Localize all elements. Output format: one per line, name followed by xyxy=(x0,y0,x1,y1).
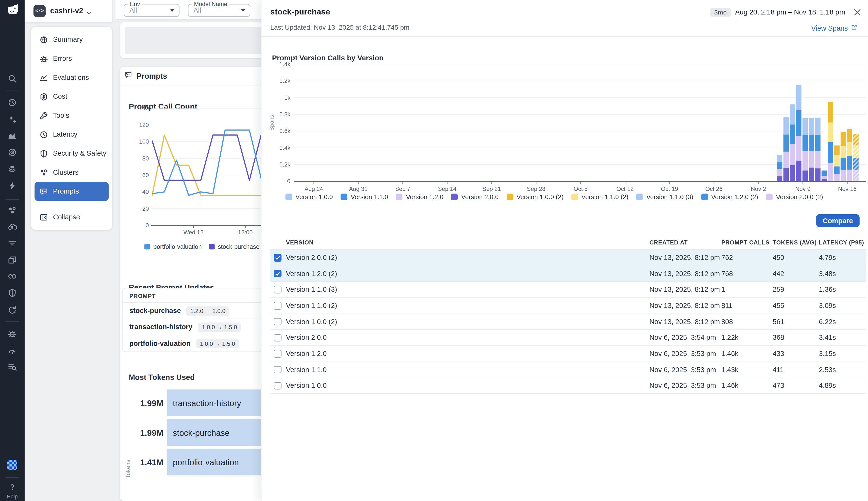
version-checkbox[interactable] xyxy=(274,318,281,325)
sidebar-item-summary[interactable]: Summary xyxy=(34,30,109,49)
env-select[interactable]: Env All xyxy=(124,4,179,17)
bar-segment[interactable]: Nov 8 Version 1.0.0: 240 xyxy=(790,104,795,124)
sidebar-item-latency[interactable]: Latency xyxy=(34,125,109,144)
sidebar-item-tools[interactable]: Tools xyxy=(34,106,109,125)
time-range-text[interactable]: Aug 20, 2:18 pm – Nov 18, 1:18 pm xyxy=(735,9,845,16)
user-avatar[interactable] xyxy=(7,460,17,470)
version-checkbox[interactable] xyxy=(274,270,281,278)
version-row-version-1-1-0[interactable]: Version 1.1.0Nov 6, 2025, 3:53 pm1.43k41… xyxy=(270,362,866,378)
bar-segment[interactable]: Nov 16 Version 1.2.0 (2): 149 xyxy=(840,158,846,170)
version-row-version-1-2-0[interactable]: Version 1.2.0Nov 6, 2025, 3:53 pm1.46k43… xyxy=(270,346,866,362)
column-header-prompt-calls[interactable]: PROMPT CALLS xyxy=(722,239,773,246)
sidebar-item-cost[interactable]: Cost xyxy=(34,87,109,106)
bar-segment[interactable]: Nov 12 Version 2.0.0: 155 xyxy=(815,169,821,181)
bar-segment[interactable]: Nov 15 Version 2.0.0 (2): 91 xyxy=(834,174,839,181)
bar-segment[interactable]: Nov 17 Version 2.0.0 (2): 140 xyxy=(847,170,852,181)
bar-segment[interactable]: Nov 15 Version 1.2.0 (2): 88 xyxy=(834,166,839,174)
sidebar-item-errors[interactable]: Errors xyxy=(34,49,109,68)
bar-segment[interactable]: Nov 16 Version 2.0.0 (2): 135 xyxy=(840,170,846,181)
rail-refresh-sparkle-button[interactable] xyxy=(8,306,17,315)
bar-segment[interactable]: Nov 8 Version 1.2.0: 245 xyxy=(790,144,795,164)
bar-segment[interactable]: Nov 9 Version 2.0.0: 248 xyxy=(796,160,801,181)
bar-segment[interactable]: Nov 10 Version 2.0.0: 130 xyxy=(802,170,808,181)
bar-segment[interactable]: Nov 13 Version 1.0.0: 17 xyxy=(822,170,827,171)
bar-segment[interactable]: Nov 9 Version 1.1.0: 308 xyxy=(796,110,801,136)
sidebar-item-clusters[interactable]: Clusters xyxy=(34,163,109,182)
version-checkbox[interactable] xyxy=(274,366,281,373)
help-icon[interactable] xyxy=(8,483,17,492)
rail-radar-button[interactable] xyxy=(8,148,17,157)
view-spans-link[interactable]: View Spans xyxy=(811,24,857,32)
legend-item-version-1-1-0[interactable]: Version 1.1.0 xyxy=(341,193,388,200)
legend-item-version-1-1-0-2[interactable]: Version 1.1.0 (2) xyxy=(571,193,629,200)
bar-segment[interactable]: Nov 11 Version 1.2.0: 200 xyxy=(809,151,814,168)
chevron-down-icon[interactable] xyxy=(86,9,92,14)
bar-segment[interactable]: Nov 7 Version 1.2.0: 195 xyxy=(783,151,789,168)
bar-segment[interactable]: Nov 13 Version 1.1.0: 54 xyxy=(822,171,827,176)
version-checkbox[interactable] xyxy=(274,350,281,358)
bar-segment[interactable]: Nov 11 Version 1.1.0: 191 xyxy=(809,135,814,151)
bar-segment[interactable]: Nov 9 Version 1.2.0: 294 xyxy=(796,136,801,160)
bar-segment[interactable]: Nov 9 Version 1.0.0: 298 xyxy=(796,85,801,110)
version-row-version-1-1-0-2[interactable]: Version 1.1.0 (2)Nov 13, 2025, 8:12 pm81… xyxy=(270,298,866,314)
version-row-version-1-0-0[interactable]: Version 1.0.0Nov 6, 2025, 3:53 pm1.46k47… xyxy=(270,378,866,394)
time-range-badge[interactable]: 3mo xyxy=(710,8,730,17)
rail-windows-button[interactable] xyxy=(8,256,17,265)
bar-segment[interactable]: Nov 16 Version 1.1.0 (2): 140 xyxy=(840,146,846,158)
rail-link-loop-button[interactable] xyxy=(8,272,17,281)
version-row-version-2-0-0[interactable]: Version 2.0.0Nov 6, 2025, 3:54 pm1.22k36… xyxy=(270,330,866,346)
bar-segment[interactable]: Nov 10 Version 1.1.0: 196 xyxy=(802,135,808,151)
legend-item-stock-purchase[interactable]: stock-purchase xyxy=(209,243,260,250)
legend-item-version-2-0-0[interactable]: Version 2.0.0 xyxy=(451,193,498,200)
bar-segment[interactable]: Nov 7 Version 1.1.0: 205 xyxy=(783,135,789,151)
close-drawer-button[interactable] xyxy=(853,8,862,17)
bar-segment[interactable]: Nov 16 Version 1.0.0 (2): 167 xyxy=(840,132,846,146)
version-row-version-1-2-0-2[interactable]: Version 1.2.0 (2)Nov 13, 2025, 8:12 pm76… xyxy=(270,266,866,282)
datadog-logo[interactable] xyxy=(4,3,20,19)
rail-search-list-button[interactable] xyxy=(8,363,17,372)
legend-item-portfolio-valuation[interactable]: portfolio-valuation xyxy=(144,243,202,250)
bar-segment[interactable]: Nov 12 Version 1.1.0: 196 xyxy=(815,135,821,151)
version-row-version-1-0-0-2[interactable]: Version 1.0.0 (2)Nov 13, 2025, 8:12 pm80… xyxy=(270,314,866,330)
version-checkbox[interactable] xyxy=(274,302,281,309)
column-header-latency-p95[interactable]: LATENCY (P95) xyxy=(819,239,866,246)
version-checkbox[interactable] xyxy=(274,254,281,262)
bar-segment[interactable]: Nov 7 Version 2.0.0: 160 xyxy=(783,168,789,181)
workspace-name[interactable]: cashri-v2 xyxy=(50,7,83,15)
legend-item-version-2-0-0-2[interactable]: Version 2.0.0 (2) xyxy=(766,193,823,200)
rail-search-button[interactable] xyxy=(8,74,17,83)
bar-segment[interactable]: Nov 17 Version 1.1.0 (2): 167 xyxy=(847,142,852,156)
bar-segment[interactable]: Nov 11 Version 1.0.0: 201 xyxy=(809,118,814,135)
rail-filter-lines-button[interactable] xyxy=(8,239,17,248)
bar-segment[interactable]: Nov 15 Version 1.0.0 (2): 113 xyxy=(834,146,839,155)
rail-sparkles-button[interactable] xyxy=(8,115,17,124)
bar-segment[interactable]: Nov 12 Version 1.0.0: 202 xyxy=(815,118,821,135)
model-name-select[interactable]: Model Name All xyxy=(188,4,250,17)
rail-clusters-button[interactable] xyxy=(8,206,17,215)
bar-segment[interactable]: Nov 7 Version 1.0.0: 205 xyxy=(783,117,789,135)
legend-item-version-1-0-0-2[interactable]: Version 1.0.0 (2) xyxy=(507,193,564,200)
bar-segment[interactable]: Nov 8 Version 1.1.0: 235 xyxy=(790,125,795,144)
rail-cloud-cost-button[interactable] xyxy=(8,223,17,232)
legend-item-version-1-1-0-3[interactable]: Version 1.1.0 (3) xyxy=(636,193,693,200)
version-row-version-1-1-0-3[interactable]: Version 1.1.0 (3)Nov 13, 2025, 8:12 pm12… xyxy=(270,282,866,298)
column-header-created-at[interactable]: CREATED AT xyxy=(649,239,721,246)
bar-segment[interactable]: Nov 14 Version 1.0.0 (2): 245 xyxy=(828,102,833,122)
rail-bug-button[interactable] xyxy=(8,329,17,338)
legend-item-version-1-2-0-2[interactable]: Version 1.2.0 (2) xyxy=(701,193,758,200)
version-checkbox[interactable] xyxy=(274,382,281,390)
version-row-version-2-0-0-2[interactable]: Version 2.0.0 (2)Nov 13, 2025, 8:12 pm76… xyxy=(270,250,866,266)
bar-segment[interactable]: Nov 10 Version 1.0.0: 199 xyxy=(802,118,808,135)
bar-segment[interactable]: Nov 14 Version 2.0.0 (2): 221 xyxy=(828,163,833,181)
bar-segment[interactable]: Nov 14 Version 1.1.0 (2): 233 xyxy=(828,122,833,142)
rail-history-button[interactable] xyxy=(8,98,17,107)
bar-segment[interactable]: Nov 6 Version 1.0.0: 88 xyxy=(777,155,782,162)
bar-segment[interactable]: Nov 8 Version 2.0.0: 200 xyxy=(790,164,795,181)
rail-gauge-button[interactable] xyxy=(8,347,17,355)
column-header-tokens-avg[interactable]: TOKENS (AVG) xyxy=(772,239,819,246)
compare-button[interactable]: Compare xyxy=(816,214,859,227)
bar-segment[interactable]: Nov 6 Version 1.1.0: 78 xyxy=(777,162,782,169)
bar-segment[interactable]: Nov 10 Version 1.2.0: 230 xyxy=(802,151,808,171)
bar-segment[interactable]: Nov 14 Version 1.2.0 (2): 249 xyxy=(828,142,833,163)
column-header-version[interactable]: VERSION xyxy=(286,239,649,246)
